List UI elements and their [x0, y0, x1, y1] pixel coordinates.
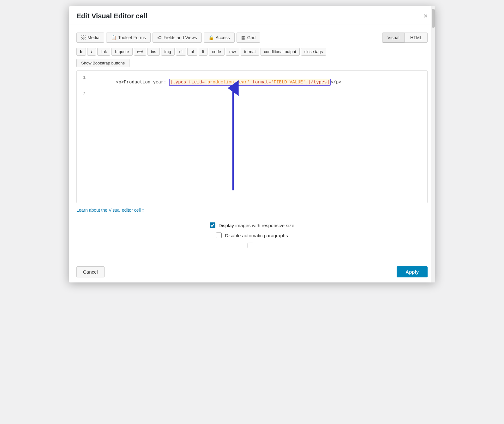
modal-title: Edit Visual Editor cell: [76, 12, 147, 20]
third-option-row: [248, 243, 256, 248]
modal: Edit Visual Editor cell × 🖼 Media 📋 Tool…: [69, 6, 435, 282]
toolset-forms-icon: 📋: [111, 35, 116, 40]
fields-and-views-icon: 🏷: [157, 35, 162, 40]
disable-paragraphs-row: Disable automatic paragraphs: [216, 233, 288, 238]
display-images-label: Display images with responsive size: [219, 223, 294, 228]
grid-icon: ▦: [241, 35, 245, 40]
fields-and-views-label: Fields and Views: [164, 35, 197, 40]
grid-label: Grid: [247, 35, 255, 40]
line-number-1: 1: [77, 75, 89, 80]
access-label: Access: [216, 35, 230, 40]
apply-button[interactable]: Apply: [397, 266, 428, 277]
shortcode-1: [types field='production-year' format='F…: [169, 79, 331, 86]
code-suffix-1: </p>: [331, 80, 341, 85]
access-icon: 🔒: [208, 35, 214, 40]
format-button[interactable]: format: [241, 48, 259, 56]
editor-line-2: 2: [77, 90, 427, 97]
editor-area[interactable]: 1 <p>Production year: [types field='prod…: [76, 70, 428, 203]
del-button[interactable]: del: [134, 48, 146, 56]
cancel-button[interactable]: Cancel: [76, 266, 105, 277]
code-button[interactable]: code: [209, 48, 225, 56]
format-toolbar: b i link b-quote del ins img ul: [76, 48, 428, 56]
access-button[interactable]: 🔒 Access: [204, 33, 235, 43]
fields-and-views-button[interactable]: 🏷 Fields and Views: [153, 33, 202, 43]
show-bootstrap-buttons[interactable]: Show Bootstrap buttons: [76, 59, 129, 67]
view-switcher: Visual HTML: [382, 33, 428, 43]
ol-button[interactable]: ol: [187, 48, 197, 56]
close-button[interactable]: ×: [423, 13, 428, 20]
bold-button[interactable]: b: [76, 48, 86, 56]
line-number-2: 2: [77, 91, 89, 96]
options-section: Display images with responsive size Disa…: [76, 222, 428, 248]
html-label: HTML: [410, 35, 422, 40]
conditional-output-button[interactable]: conditional output: [261, 48, 300, 56]
raw-button[interactable]: raw: [226, 48, 239, 56]
toolset-forms-label: Toolset Forms: [118, 35, 146, 40]
modal-header: Edit Visual Editor cell ×: [69, 6, 435, 25]
scrollbar[interactable]: [431, 6, 435, 282]
modal-body: 🖼 Media 📋 Toolset Forms 🏷 Fields and Vie…: [69, 25, 435, 255]
link-button[interactable]: link: [97, 48, 111, 56]
display-images-row: Display images with responsive size: [210, 222, 294, 228]
close-tags-button[interactable]: close tags: [301, 48, 327, 56]
ul-button[interactable]: ul: [176, 48, 186, 56]
visual-label: Visual: [387, 35, 399, 40]
media-button[interactable]: 🖼 Media: [76, 33, 104, 43]
media-label: Media: [87, 35, 99, 40]
toolset-forms-button[interactable]: 📋 Toolset Forms: [106, 33, 151, 43]
editor-line-1: 1 <p>Production year: [types field='prod…: [77, 74, 427, 90]
disable-paragraphs-checkbox[interactable]: [216, 233, 222, 238]
visual-view-button[interactable]: Visual: [382, 33, 405, 43]
scrollbar-thumb[interactable]: [432, 9, 435, 28]
line-content-2: [89, 91, 427, 96]
code-prefix-1: <p>Production year:: [116, 80, 169, 85]
disable-paragraphs-label: Disable automatic paragraphs: [225, 233, 288, 238]
img-button[interactable]: img: [161, 48, 175, 56]
li-button[interactable]: li: [199, 48, 207, 56]
grid-button[interactable]: ▦ Grid: [237, 33, 260, 43]
third-option-checkbox[interactable]: [248, 243, 253, 248]
learn-link[interactable]: Learn about the Visual editor cell »: [76, 208, 144, 213]
display-images-checkbox[interactable]: [210, 222, 215, 228]
bquote-button[interactable]: b-quote: [111, 48, 132, 56]
media-icon: 🖼: [81, 35, 86, 40]
line-content-1: <p>Production year: [types field='produc…: [89, 75, 427, 90]
ins-button[interactable]: ins: [147, 48, 160, 56]
html-view-button[interactable]: HTML: [405, 33, 428, 43]
top-toolbar: 🖼 Media 📋 Toolset Forms 🏷 Fields and Vie…: [76, 33, 428, 43]
modal-footer: Cancel Apply: [69, 261, 435, 282]
italic-button[interactable]: i: [87, 48, 96, 56]
